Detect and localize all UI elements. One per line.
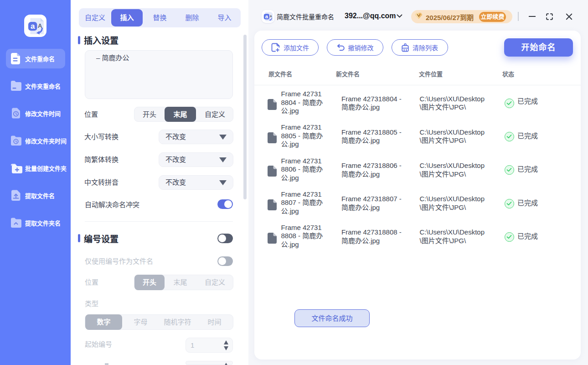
svg-text:a: a: [265, 14, 268, 19]
svg-text:a: a: [31, 22, 35, 31]
svg-text:A: A: [270, 15, 272, 18]
